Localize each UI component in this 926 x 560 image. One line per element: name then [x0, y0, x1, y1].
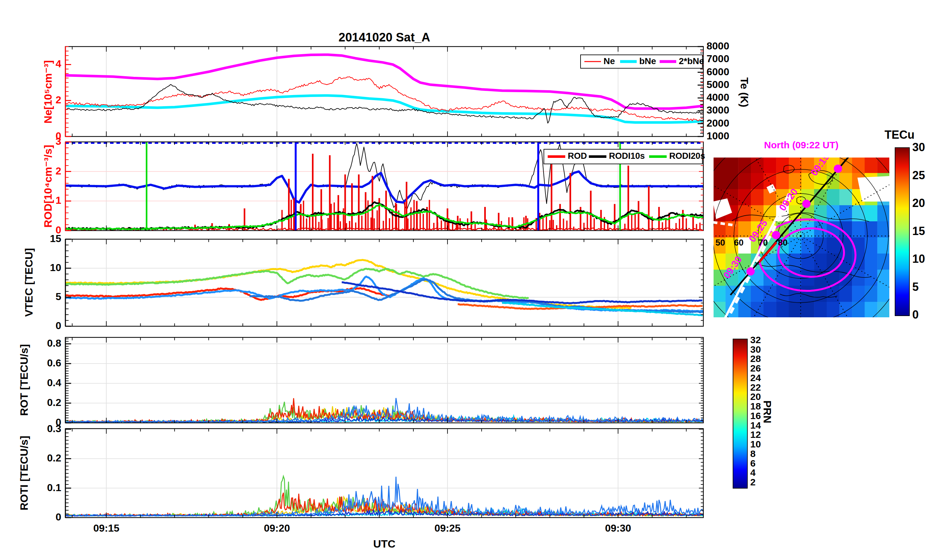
te-tick: 8000: [707, 40, 748, 52]
legend-Ne: Ne: [604, 56, 615, 66]
tecu-tick-10: 10: [912, 252, 925, 266]
te-tick: 4000: [707, 92, 748, 103]
tecu-tick-25: 25: [912, 169, 925, 182]
ytick-rod: 1: [0, 195, 61, 206]
xtick-09:15: 09:15: [81, 522, 132, 534]
ytick-vtec: 15: [0, 233, 61, 245]
tecu-tick-0: 0: [912, 308, 918, 321]
tecu-tick-30: 30: [912, 141, 925, 154]
te-tick: 7000: [707, 53, 748, 65]
ytick-roti: 0: [0, 511, 61, 523]
ytick-vtec: 0: [0, 320, 61, 331]
legend-2*bNe: 2*bNe: [679, 56, 704, 66]
map-lat-60: 60: [734, 238, 743, 247]
xtick-09:20: 09:20: [251, 522, 303, 534]
legend-ROD: ROD: [568, 151, 587, 161]
ytick-roti: 0.2: [0, 452, 61, 464]
te-tick: 5000: [707, 79, 748, 91]
xtick-09:25: 09:25: [422, 522, 473, 534]
xtick-09:30: 09:30: [593, 522, 644, 534]
tecu-tick-15: 15: [912, 224, 925, 238]
ytick-roti: 0.3: [0, 423, 61, 435]
map-lat-50: 50: [716, 238, 725, 247]
ytick-ne-te: 4: [0, 58, 61, 70]
ytick-ne-te: 2: [0, 94, 61, 106]
te-tick: 6000: [707, 66, 748, 78]
te-tick: 3000: [707, 104, 748, 116]
map-lat-80: 80: [778, 238, 788, 247]
polar-tec-map: 09:1509:2009:2509:3050607080: [713, 157, 890, 318]
figure-canvas: 20141020 Sat_A Ne[10⁵cm⁻³] ROD[10⁴cm⁻³/s…: [0, 0, 926, 560]
ytick-rot: 0.8: [0, 338, 61, 349]
ytick-rod: 3: [0, 136, 61, 147]
ytick-vtec: 5: [0, 291, 61, 303]
prn-tick-2: 2: [750, 477, 756, 487]
map-lat-70: 70: [758, 238, 768, 247]
te-tick: 1000: [707, 130, 748, 142]
ytick-rot: 0.4: [0, 377, 61, 389]
ytick-rot: 0.2: [0, 397, 61, 409]
legend-RODI10s: RODI10s: [609, 151, 645, 161]
ytick-roti: 0.1: [0, 482, 61, 494]
legend-bNe: bNe: [639, 56, 656, 66]
ytick-vtec: 10: [0, 262, 61, 274]
legend-RODI20s: RODI20s: [669, 151, 705, 161]
tecu-tick-20: 20: [912, 197, 925, 210]
ytick-rot: 0.6: [0, 357, 61, 369]
te-tick: 2000: [707, 117, 748, 129]
tecu-tick-5: 5: [912, 280, 918, 294]
ytick-rod: 2: [0, 165, 61, 177]
